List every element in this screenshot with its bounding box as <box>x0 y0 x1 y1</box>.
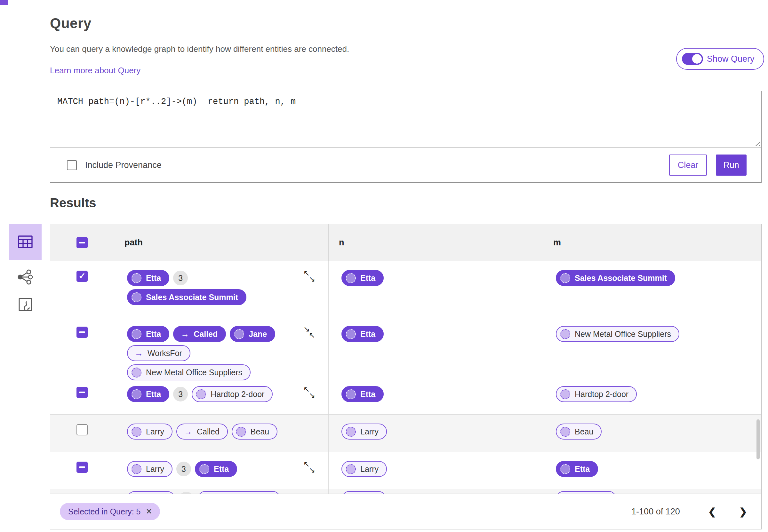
toggle-switch-icon[interactable] <box>682 53 703 65</box>
run-button[interactable]: Run <box>716 155 747 176</box>
table-row: Etta3Hardtop 2-door↖↘EttaHardtop 2-door <box>50 377 761 415</box>
row-checkbox[interactable] <box>76 387 88 398</box>
include-provenance-checkbox[interactable] <box>67 160 77 170</box>
node-circle-icon <box>346 464 356 474</box>
table-row <box>50 489 761 494</box>
m-cell: Hardtop 2-door <box>543 377 761 414</box>
row-select-cell <box>50 317 114 377</box>
node-pill[interactable]: Etta <box>127 386 169 402</box>
node-label: Etta <box>360 274 375 283</box>
check-icon: ✓ <box>78 272 86 281</box>
chip-label: Selected in Query: 5 <box>68 507 141 516</box>
pagination-range: 1-100 of 120 <box>631 507 680 517</box>
node-pill[interactable]: Sales Associate Summit <box>556 270 675 286</box>
m-cell <box>543 489 761 494</box>
clear-button[interactable]: Clear <box>669 155 707 176</box>
n-cell: Etta <box>329 317 543 377</box>
node-pill[interactable]: Larry <box>127 424 172 440</box>
node-pill[interactable]: Etta <box>341 386 384 402</box>
query-textarea[interactable]: MATCH path=(n)-[r*..2]->(m) return path,… <box>50 91 761 147</box>
learn-more-link[interactable]: Learn more about Query <box>50 66 140 75</box>
corner-marker <box>0 0 8 5</box>
path-cell-content: Etta3Sales Associate Summit <box>114 261 328 305</box>
show-query-toggle[interactable]: Show Query <box>676 48 764 70</box>
node-label: Larry <box>360 465 379 474</box>
header-select-cell <box>50 224 114 261</box>
graph-view-button[interactable] <box>9 267 42 287</box>
expand-icon[interactable]: ↖↘ <box>303 460 317 474</box>
m-line: New Metal Office Suppliers <box>556 326 761 342</box>
node-pill[interactable]: Larry <box>127 461 172 477</box>
node-circle-icon <box>560 464 570 474</box>
table-row: Larry→CalledBeauLarryBeau <box>50 415 761 452</box>
node-pill[interactable]: Etta <box>127 326 169 342</box>
node-pill[interactable]: New Metal Office Suppliers <box>556 326 679 342</box>
node-pill[interactable]: Beau <box>232 424 277 440</box>
n-line: Larry <box>341 461 543 477</box>
path-cell-content: Larry3Etta <box>114 452 328 477</box>
count-badge[interactable]: 3 <box>173 387 188 401</box>
node-pill[interactable]: Hardtop 2-door <box>556 386 637 402</box>
row-checkbox[interactable] <box>76 327 88 338</box>
row-checkbox[interactable]: ✓ <box>76 271 88 282</box>
count-badge[interactable]: 3 <box>176 462 191 476</box>
node-pill[interactable]: Jane <box>230 326 275 342</box>
edge-pill[interactable]: →Called <box>173 326 226 342</box>
node-pill[interactable]: Etta <box>195 461 237 477</box>
arrow-right-icon: → <box>181 330 189 338</box>
expand-icon[interactable]: ↖↘ <box>303 269 317 283</box>
node-circle-icon <box>560 273 570 283</box>
node-label: Etta <box>360 390 375 399</box>
path-line: Etta→CalledJane <box>127 326 328 342</box>
path-line: Larry→CalledBeau <box>127 424 328 440</box>
table-view-button[interactable] <box>9 224 42 260</box>
node-pill[interactable]: Sales Associate Summit <box>127 289 246 305</box>
edge-pill[interactable]: →WorksFor <box>127 345 190 361</box>
pagination: 1-100 of 120 ❮ ❯ <box>631 506 747 517</box>
node-pill[interactable]: Beau <box>556 424 602 440</box>
count-badge[interactable]: 3 <box>173 271 188 285</box>
query-description: You can query a knowledge graph to ident… <box>50 44 349 54</box>
node-circle-icon <box>560 427 570 437</box>
row-checkbox[interactable] <box>76 424 88 435</box>
page-title: Query <box>50 15 92 31</box>
map-view-button[interactable] <box>9 294 42 315</box>
node-pill[interactable]: Etta <box>341 270 384 286</box>
results-table: path n m ✓Etta3Sales Associate Summit↖↘E… <box>50 224 762 529</box>
n-cell-content: Etta <box>329 377 543 402</box>
node-pill[interactable]: Larry <box>341 461 387 477</box>
node-pill[interactable]: Hardtop 2-door <box>192 386 273 402</box>
node-label: Larry <box>360 427 379 436</box>
select-all-checkbox[interactable] <box>76 237 88 248</box>
node-pill[interactable]: Larry <box>341 424 387 440</box>
arrow-glyph: ↘ <box>309 275 315 283</box>
node-label: Etta <box>360 330 375 339</box>
node-circle-icon <box>346 389 356 399</box>
collapse-icon[interactable]: ↘↖ <box>303 325 317 339</box>
selected-in-query-chip[interactable]: Selected in Query: 5 ✕ <box>60 503 160 520</box>
n-cell: Larry <box>329 452 543 489</box>
arrow-glyph: ↖ <box>309 331 315 339</box>
chip-close-icon[interactable]: ✕ <box>146 507 152 516</box>
node-pill[interactable]: Etta <box>556 461 598 477</box>
expand-icon[interactable]: ↖↘ <box>303 385 317 400</box>
path-cell: Etta3Sales Associate Summit↖↘ <box>114 261 329 317</box>
column-header-path: path <box>114 224 329 261</box>
node-pill[interactable]: Etta <box>341 326 384 342</box>
path-cell-content <box>114 489 328 494</box>
query-editor-box: MATCH path=(n)-[r*..2]->(m) return path,… <box>50 91 762 183</box>
vertical-scrollbar-thumb[interactable] <box>756 419 760 459</box>
next-page-button[interactable]: ❯ <box>739 506 747 517</box>
path-cell: Larry→CalledBeau <box>114 415 329 452</box>
previous-page-button[interactable]: ❮ <box>708 506 716 517</box>
node-circle-icon <box>132 368 141 377</box>
edge-pill[interactable]: →Called <box>176 424 228 440</box>
row-checkbox[interactable] <box>76 462 88 473</box>
node-label: Sales Associate Summit <box>146 293 238 302</box>
n-cell: Etta <box>329 261 543 317</box>
node-circle-icon <box>560 389 570 399</box>
node-circle-icon <box>132 292 141 302</box>
node-circle-icon <box>132 329 141 339</box>
n-line: Etta <box>341 386 543 402</box>
node-pill[interactable]: Etta <box>127 270 169 286</box>
